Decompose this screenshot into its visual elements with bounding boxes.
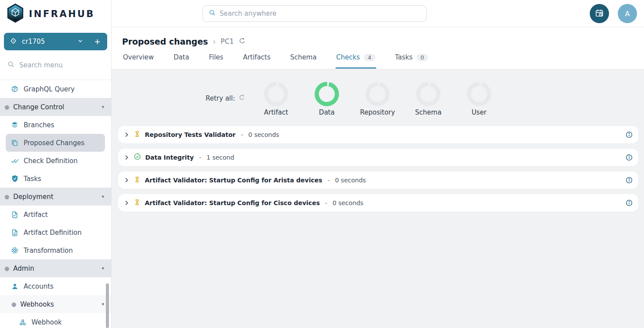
info-icon[interactable]	[626, 154, 633, 161]
sidebar-item-branches[interactable]: Branches	[0, 116, 111, 134]
tab-tasks[interactable]: Tasks 0	[394, 51, 429, 69]
checks-summary: Retry all: Artifact Data	[112, 82, 644, 117]
checks-panel: Retry all: Artifact Data	[112, 69, 644, 328]
sidebar-item-graphql-query[interactable]: GraphQL Query	[0, 80, 111, 98]
category-label: Repository	[360, 108, 395, 116]
category-label: Schema	[415, 108, 441, 116]
tab-overview[interactable]: Overview	[122, 51, 155, 69]
validator-title: Artifact Validator: Startup Config for C…	[145, 199, 320, 206]
chevron-down-icon: ▾	[102, 194, 104, 199]
graphql-icon	[10, 85, 19, 93]
validator-duration: 0 seconds	[332, 199, 364, 206]
sidebar-section-label: Admin	[13, 265, 34, 272]
refresh-icon[interactable]	[239, 94, 245, 102]
bullet-icon: ●	[4, 104, 9, 110]
category-artifact[interactable]: Artifact	[251, 82, 301, 116]
chevron-right-icon: ›	[213, 37, 216, 46]
sidebar: INFRAHUB cr1705 + Search menu	[0, 0, 112, 328]
info-icon[interactable]	[626, 199, 633, 206]
info-icon[interactable]	[626, 177, 633, 184]
tab-artifacts[interactable]: Artifacts	[242, 51, 271, 69]
branches-icon	[10, 121, 19, 129]
sidebar-item-label: Accounts	[24, 283, 53, 290]
retry-all: Retry all:	[206, 94, 245, 102]
category-label: Data	[319, 108, 335, 116]
validator-title: Repository Tests Validator	[145, 131, 235, 138]
checks-count-badge: 4	[364, 54, 375, 61]
category-user[interactable]: User	[454, 82, 504, 116]
check-category-rings: Artifact Data Repository Schema	[251, 82, 504, 116]
breadcrumb-root[interactable]: Proposed changes	[122, 37, 208, 46]
page-header: Proposed changes › PC1 Overview Data Fil…	[112, 27, 644, 69]
app-logo[interactable]: INFRAHUB	[0, 0, 111, 28]
main-area: A Proposed changes › PC1 Overview Data F…	[112, 0, 644, 328]
info-icon[interactable]	[626, 131, 633, 138]
expand-chevron-icon[interactable]	[123, 200, 130, 206]
retry-all-label: Retry all:	[206, 94, 235, 102]
category-schema[interactable]: Schema	[403, 82, 454, 116]
expand-chevron-icon[interactable]	[123, 154, 130, 161]
avatar-initial: A	[625, 10, 630, 18]
category-label: User	[472, 108, 486, 116]
sidebar-item-label: Check Definition	[24, 157, 78, 165]
schedule-button[interactable]	[590, 4, 609, 23]
tab-files[interactable]: Files	[208, 51, 224, 69]
chevron-down-icon: ▾	[102, 265, 104, 271]
sidebar-section-change-control[interactable]: ● Change Control ▾	[0, 98, 111, 116]
topbar: A	[112, 0, 644, 27]
sidebar-section-deployment[interactable]: ● Deployment ▾	[0, 188, 111, 206]
separator: -	[198, 154, 202, 161]
sidebar-section-label: Change Control	[13, 103, 64, 111]
sidebar-item-artifact-definition[interactable]: Artifact Definition	[0, 223, 111, 241]
hourglass-icon	[134, 131, 140, 139]
avatar[interactable]: A	[618, 4, 637, 23]
branch-icon	[10, 37, 17, 46]
sidebar-section-admin[interactable]: ● Admin ▾	[0, 259, 111, 277]
tab-schema[interactable]: Schema	[289, 51, 317, 69]
category-repository[interactable]: Repository	[352, 82, 403, 116]
global-search[interactable]	[203, 5, 427, 22]
chevron-down-icon[interactable]	[77, 38, 83, 45]
sidebar-scrollbar[interactable]	[106, 283, 109, 328]
tab-bar: Overview Data Files Artifacts Schema Che…	[122, 51, 634, 69]
sidebar-search-placeholder: Search menu	[19, 61, 63, 69]
chevron-down-icon: ▾	[102, 104, 104, 110]
sidebar-search[interactable]: Search menu	[0, 50, 111, 80]
add-branch-button[interactable]: +	[88, 38, 102, 45]
tab-checks[interactable]: Checks 4	[336, 51, 376, 69]
infrahub-logo-icon	[6, 3, 24, 25]
sidebar-section-webhooks[interactable]: ● Webhooks ▾	[0, 295, 111, 313]
sidebar-item-transformation[interactable]: Transformation	[0, 241, 111, 259]
bullet-icon: ●	[4, 265, 9, 272]
sidebar-item-artifact[interactable]: Artifact	[0, 206, 111, 223]
sidebar-item-accounts[interactable]: Accounts	[0, 277, 111, 295]
validator-title: Data Integrity	[145, 154, 194, 161]
sidebar-item-proposed-changes[interactable]: Proposed Changes	[6, 134, 105, 152]
validator-row: Repository Tests Validator - 0 seconds	[118, 126, 638, 143]
validator-row: Artifact Validator: Startup Config for C…	[118, 194, 638, 212]
expand-chevron-icon[interactable]	[123, 132, 130, 138]
app-name: INFRAHUB	[29, 9, 95, 19]
check-definition-icon	[10, 158, 19, 164]
validator-duration: 0 seconds	[335, 177, 366, 184]
category-data[interactable]: Data	[301, 82, 352, 116]
validator-row: Artifact Validator: Startup Config for A…	[118, 171, 638, 189]
branch-selector[interactable]: cr1705 +	[4, 33, 107, 50]
artifact-definition-file-icon	[10, 229, 19, 236]
sidebar-item-webhook[interactable]: Webhook	[0, 313, 111, 328]
hourglass-icon	[134, 176, 140, 185]
hourglass-icon	[134, 199, 140, 207]
tab-data[interactable]: Data	[173, 51, 190, 69]
sidebar-item-label: Tasks	[24, 175, 41, 183]
global-search-input[interactable]	[220, 10, 420, 17]
refresh-icon[interactable]	[239, 38, 245, 46]
tasks-count-badge: 0	[416, 54, 428, 61]
sidebar-item-check-definition[interactable]: Check Definition	[0, 152, 111, 170]
check-circle-icon	[134, 153, 141, 162]
bullet-icon: ●	[11, 301, 16, 307]
expand-chevron-icon[interactable]	[123, 177, 130, 183]
calendar-clock-icon	[595, 8, 604, 19]
bullet-icon: ●	[4, 193, 9, 200]
sidebar-item-label: Proposed Changes	[24, 139, 84, 147]
sidebar-item-tasks[interactable]: Tasks	[0, 170, 111, 188]
